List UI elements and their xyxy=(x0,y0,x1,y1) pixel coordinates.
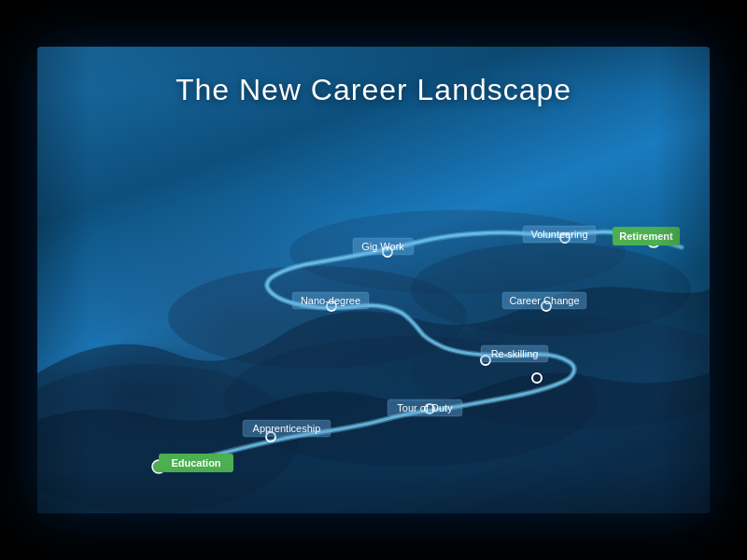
svg-text:Apprenticeship: Apprenticeship xyxy=(253,423,321,434)
svg-text:Volunteering: Volunteering xyxy=(530,229,587,240)
career-path-svg: Education Apprenticeship Tour of Duty Re… xyxy=(37,47,710,513)
presentation-slide: Education Apprenticeship Tour of Duty Re… xyxy=(37,47,710,513)
svg-text:Career Change: Career Change xyxy=(509,295,579,306)
svg-text:Gig Work: Gig Work xyxy=(361,241,404,252)
svg-text:Tour of Duty: Tour of Duty xyxy=(397,402,453,413)
svg-text:Re-skilling: Re-skilling xyxy=(491,348,539,359)
svg-text:Nano-degree: Nano-degree xyxy=(301,295,360,306)
slide-title: The New Career Landscape xyxy=(37,73,710,107)
svg-point-5 xyxy=(289,210,626,294)
svg-text:Education: Education xyxy=(171,457,220,469)
svg-point-9 xyxy=(532,373,542,383)
svg-text:Retirement: Retirement xyxy=(619,231,673,242)
